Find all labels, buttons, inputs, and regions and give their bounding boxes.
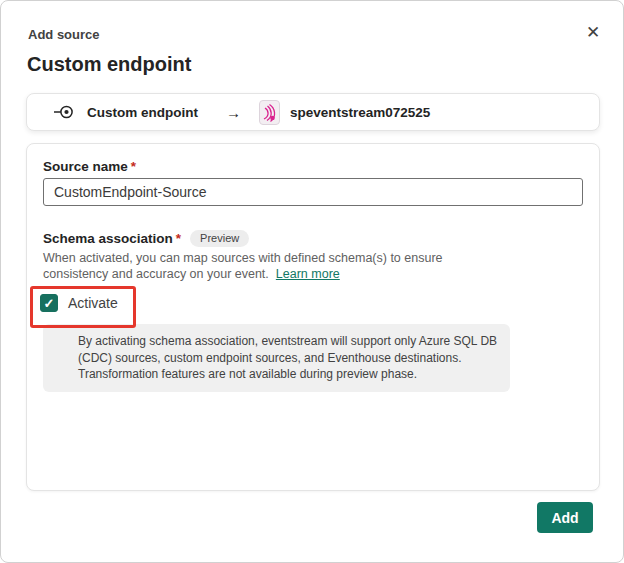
learn-more-link[interactable]: Learn more — [276, 267, 340, 281]
close-button[interactable]: ✕ — [580, 19, 606, 45]
schema-association-label: Schema association* — [43, 231, 181, 246]
schema-info-note: By activating schema association, events… — [43, 324, 510, 392]
required-asterisk: * — [131, 159, 136, 174]
schema-association-description: When activated, you can map sources with… — [43, 250, 483, 282]
source-name-input[interactable] — [43, 178, 583, 206]
add-source-dialog: Add source ✕ Custom endpoint Custom endp… — [0, 0, 624, 563]
preview-badge: Preview — [190, 230, 249, 247]
source-name-label: Source name* — [43, 159, 136, 174]
close-icon: ✕ — [586, 22, 600, 43]
activate-checkbox[interactable]: ✓ — [40, 294, 58, 312]
schema-association-header: Schema association* Preview — [43, 230, 249, 247]
dialog-eyebrow: Add source — [28, 27, 100, 42]
activate-checkbox-label: Activate — [68, 295, 118, 311]
breadcrumb-source-label: Custom endpoint — [87, 105, 198, 120]
checkmark-icon: ✓ — [44, 296, 55, 311]
custom-endpoint-icon — [54, 104, 74, 120]
breadcrumb-target-label: speventstream072525 — [290, 105, 430, 120]
breadcrumb: Custom endpoint → speventstream072525 — [26, 93, 600, 131]
required-asterisk: * — [176, 231, 181, 246]
activate-checkbox-row[interactable]: ✓ Activate — [40, 291, 118, 315]
source-config-card: Source name* Schema association* Preview… — [26, 143, 600, 491]
add-button[interactable]: Add — [537, 502, 593, 533]
page-title: Custom endpoint — [27, 53, 191, 76]
eventstream-icon — [259, 100, 280, 125]
arrow-right-icon: → — [226, 104, 241, 121]
